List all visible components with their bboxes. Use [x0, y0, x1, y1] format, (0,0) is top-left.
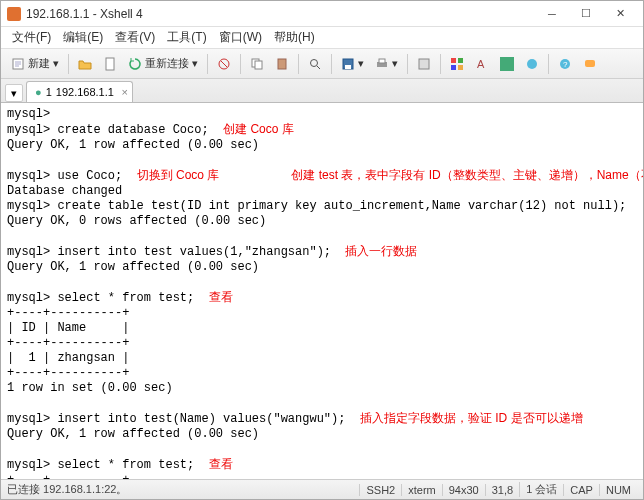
print-button[interactable]: ▾	[371, 55, 402, 73]
menu-tools[interactable]: 工具(T)	[162, 27, 211, 48]
paste-button[interactable]	[271, 55, 293, 73]
term-line: +----+----------+	[7, 336, 129, 350]
annotation: 插入指定字段数据，验证 ID 是否可以递增	[360, 411, 583, 425]
term-line: | 1 | zhangsan |	[7, 351, 129, 365]
status-num: NUM	[599, 484, 637, 496]
separator	[331, 54, 332, 74]
svg-text:A: A	[477, 58, 485, 70]
status-pos: 31,8	[485, 484, 519, 496]
color3-button[interactable]	[496, 55, 518, 73]
term-line: +----+----------+	[7, 366, 129, 380]
save-button[interactable]: ▾	[337, 55, 368, 73]
doc-icon	[103, 57, 117, 71]
prop2-button[interactable]	[413, 55, 435, 73]
folder-icon	[78, 57, 92, 71]
annotation: 查看	[209, 457, 233, 471]
annotation: 创建 Coco 库	[223, 122, 294, 136]
term-line	[219, 169, 291, 183]
svg-rect-17	[500, 57, 514, 71]
menu-file[interactable]: 文件(F)	[7, 27, 56, 48]
separator	[240, 54, 241, 74]
term-line: Query OK, 1 row affected (0.00 sec)	[7, 260, 259, 274]
term-line: mysql> use Coco;	[7, 169, 137, 183]
status-cap: CAP	[563, 484, 599, 496]
annotation: 查看	[209, 290, 233, 304]
status-term: xterm	[401, 484, 442, 496]
term-line: Query OK, 0 rows affected (0.00 sec)	[7, 214, 266, 228]
term-line: Query OK, 1 row affected (0.00 sec)	[7, 427, 259, 441]
close-button[interactable]: ✕	[603, 4, 637, 24]
help-icon: ?	[558, 57, 572, 71]
reconnect-icon	[128, 57, 142, 71]
terminal[interactable]: mysql> mysql> create database Coco; 创建 C…	[1, 103, 643, 479]
tab-index: 1	[46, 86, 52, 98]
status-size: 94x30	[442, 484, 485, 496]
separator	[440, 54, 441, 74]
term-line: mysql> create table test(ID int primary …	[7, 199, 626, 213]
find-button[interactable]	[304, 55, 326, 73]
window-title: 192.168.1.1 - Xshell 4	[26, 7, 535, 21]
svg-rect-5	[278, 59, 286, 69]
session-tab[interactable]: ● 1 192.168.1.1 ×	[26, 81, 133, 102]
separator	[548, 54, 549, 74]
dropdown-icon: ▾	[192, 57, 198, 70]
separator	[68, 54, 69, 74]
dropdown-icon: ▾	[392, 57, 398, 70]
svg-point-18	[527, 59, 537, 69]
svg-rect-8	[345, 65, 351, 69]
paste-icon	[275, 57, 289, 71]
open-button[interactable]	[74, 55, 96, 73]
menubar: 文件(F) 编辑(E) 查看(V) 工具(T) 窗口(W) 帮助(H)	[1, 27, 643, 49]
term-line: 1 row in set (0.00 sec)	[7, 381, 173, 395]
menu-edit[interactable]: 编辑(E)	[58, 27, 108, 48]
status-connection: 已连接 192.168.1.1:22。	[7, 482, 359, 497]
help-button[interactable]: ?	[554, 55, 576, 73]
color1-button[interactable]	[446, 55, 468, 73]
disconnect-icon	[217, 57, 231, 71]
annotation: 插入一行数据	[345, 244, 417, 258]
maximize-button[interactable]: ☐	[569, 4, 603, 24]
save-icon	[341, 57, 355, 71]
svg-text:?: ?	[563, 60, 568, 69]
info-icon	[525, 57, 539, 71]
svg-rect-13	[458, 58, 463, 63]
info-button[interactable]	[521, 55, 543, 73]
menu-view[interactable]: 查看(V)	[110, 27, 160, 48]
svg-point-6	[311, 59, 318, 66]
term-line: mysql> select * from test;	[7, 291, 209, 305]
chat-button[interactable]	[579, 55, 601, 73]
color-icon	[450, 57, 464, 71]
term-line: mysql> insert into test values(1,"zhangs…	[7, 245, 345, 259]
reconnect-button[interactable]: 重新连接▾	[124, 54, 202, 73]
reconnect-label: 重新连接	[145, 56, 189, 71]
tab-close-icon[interactable]: ×	[121, 86, 127, 98]
tab-label: 192.168.1.1	[56, 86, 114, 98]
new-icon	[11, 57, 25, 71]
app-icon	[7, 7, 21, 21]
svg-rect-15	[458, 65, 463, 70]
term-line: mysql> select * from test;	[7, 458, 209, 472]
color2-button[interactable]: A	[471, 55, 493, 73]
add-tab-button[interactable]: ▾	[5, 84, 23, 102]
copy-icon	[250, 57, 264, 71]
svg-rect-11	[419, 59, 429, 69]
svg-rect-1	[106, 58, 114, 70]
annotation: 切换到 Coco 库	[137, 168, 220, 182]
separator	[407, 54, 408, 74]
separator	[207, 54, 208, 74]
menu-window[interactable]: 窗口(W)	[214, 27, 267, 48]
term-line: Database changed	[7, 184, 122, 198]
minimize-button[interactable]: ─	[535, 4, 569, 24]
copy-button[interactable]	[246, 55, 268, 73]
window-controls: ─ ☐ ✕	[535, 4, 637, 24]
new-button[interactable]: 新建▾	[7, 54, 63, 73]
prop-button[interactable]	[99, 55, 121, 73]
annotation: 创建 test 表，表中字段有 ID（整数类型、主键、递增），Name（不允许为…	[291, 168, 643, 182]
disconnect-button[interactable]	[213, 55, 235, 73]
font-icon: A	[475, 57, 489, 71]
titlebar: 192.168.1.1 - Xshell 4 ─ ☐ ✕	[1, 1, 643, 27]
print-icon	[375, 57, 389, 71]
term-line: mysql>	[7, 107, 50, 121]
tabbar: ▾ ● 1 192.168.1.1 ×	[1, 79, 643, 103]
menu-help[interactable]: 帮助(H)	[269, 27, 320, 48]
